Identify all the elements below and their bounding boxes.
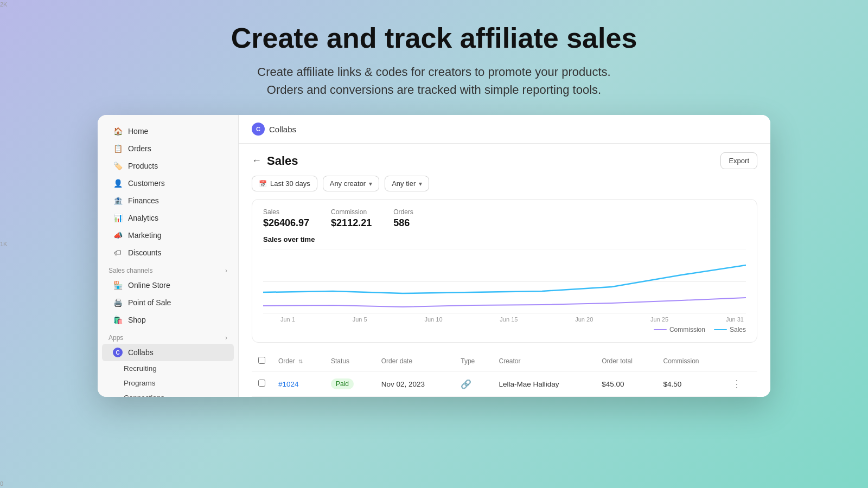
- main-content: C Collabs ← Sales Export 📅 Last 30 days …: [239, 115, 770, 397]
- stats-row: Sales $26406.97 Commission $2112.21 Orde…: [263, 208, 746, 229]
- page-header: ← Sales Export: [239, 144, 770, 176]
- orders-table: Order ⇅ Status Order date Type Creator O…: [252, 351, 757, 397]
- products-icon: 🏷️: [113, 161, 123, 171]
- shop-icon: 🛍️: [113, 315, 123, 325]
- row-checkbox[interactable]: [258, 380, 265, 387]
- sidebar-item-analytics[interactable]: 📊 Analytics: [102, 209, 234, 227]
- th-checkbox: [252, 351, 272, 371]
- table-body: #1024 Paid Nov 02, 2023 🔗 Lella-Mae Hall…: [252, 371, 757, 397]
- hero-section: Create and track affiliate sales Create …: [220, 0, 648, 115]
- collabs-sidebar-icon: C: [113, 348, 123, 357]
- pos-icon: 🖨️: [113, 298, 123, 307]
- topbar-title: Collabs: [269, 125, 296, 134]
- stat-orders: Orders 586: [393, 208, 413, 229]
- commission-line-color: [654, 329, 667, 330]
- link-type-icon: 🔗: [461, 380, 471, 389]
- online-store-icon: 🏪: [113, 280, 123, 290]
- table-header: Order ⇅ Status Order date Type Creator O…: [252, 351, 757, 371]
- legend-sales: Sales: [714, 326, 746, 333]
- sidebar-item-marketing[interactable]: 📣 Marketing: [102, 227, 234, 244]
- sales-line-color: [714, 329, 727, 330]
- home-icon: 🏠: [113, 126, 123, 136]
- tier-filter[interactable]: Any tier ▾: [385, 176, 429, 191]
- orders-icon: 📋: [113, 144, 123, 153]
- type-cell: 🔗: [454, 371, 492, 397]
- chevron-right-icon-2: ›: [225, 334, 227, 342]
- date-range-filter[interactable]: 📅 Last 30 days: [252, 176, 317, 191]
- th-creator: Creator: [492, 351, 595, 371]
- sidebar-item-orders[interactable]: 📋 Orders: [102, 140, 234, 157]
- collabs-app-icon: C: [252, 123, 265, 136]
- stat-sales: Sales $26406.97: [263, 208, 309, 229]
- chevron-down-icon-tier: ▾: [419, 180, 422, 188]
- order-total-cell: $45.00: [595, 371, 656, 397]
- table-row: #1024 Paid Nov 02, 2023 🔗 Lella-Mae Hall…: [252, 371, 757, 397]
- chart-legend: Commission Sales: [263, 326, 746, 333]
- legend-commission: Commission: [654, 326, 705, 333]
- app-window: 🏠 Home 📋 Orders 🏷️ Products 👤 Customers …: [98, 115, 770, 397]
- page-title: Sales: [267, 154, 298, 168]
- sidebar-sub-connections[interactable]: Connections: [98, 390, 238, 397]
- sidebar-item-discounts[interactable]: 🏷 Discounts: [102, 244, 234, 261]
- th-commission: Commission: [657, 351, 725, 371]
- sidebar-item-customers[interactable]: 👤 Customers: [102, 175, 234, 192]
- more-options-button[interactable]: ⋮: [732, 378, 742, 389]
- th-order-date: Order date: [375, 351, 455, 371]
- sidebar-item-home[interactable]: 🏠 Home: [102, 123, 234, 140]
- th-status: Status: [324, 351, 375, 371]
- chart-svg: [263, 249, 746, 314]
- chart-area: 2K 1K 0: [263, 249, 746, 323]
- order-id-cell: #1024: [272, 371, 324, 397]
- finances-icon: 🏦: [113, 196, 123, 206]
- chevron-right-icon: ›: [225, 267, 227, 274]
- analytics-icon: 📊: [113, 213, 123, 223]
- chart-lines: [263, 249, 746, 314]
- sidebar-sub-programs[interactable]: Programs: [98, 376, 238, 390]
- sidebar-item-products[interactable]: 🏷️ Products: [102, 157, 234, 175]
- calendar-icon: 📅: [259, 180, 267, 188]
- row-checkbox-cell: [252, 371, 272, 397]
- sidebar-sub-recruiting[interactable]: Recruiting: [98, 361, 238, 376]
- sidebar-item-shop[interactable]: 🛍️ Shop: [102, 311, 234, 329]
- sidebar: 🏠 Home 📋 Orders 🏷️ Products 👤 Customers …: [98, 115, 239, 397]
- orders-table-container: Order ⇅ Status Order date Type Creator O…: [252, 351, 757, 397]
- chart-svg-container: Jun 1 Jun 5 Jun 10 Jun 15 Jun 20 Jun 25 …: [263, 249, 746, 323]
- apps-section: Apps ›: [98, 329, 238, 344]
- chart-x-axis: Jun 1 Jun 5 Jun 10 Jun 15 Jun 20 Jun 25 …: [278, 314, 746, 323]
- status-cell: Paid: [324, 371, 375, 397]
- sales-channels-section: Sales channels ›: [98, 261, 238, 277]
- back-arrow-icon[interactable]: ←: [252, 155, 261, 166]
- creator-filter[interactable]: Any creator ▾: [323, 176, 379, 191]
- th-order: Order ⇅: [272, 351, 324, 371]
- sort-icon: ⇅: [298, 358, 303, 364]
- commission-cell: $4.50: [657, 371, 725, 397]
- sidebar-item-online-store[interactable]: 🏪 Online Store: [102, 277, 234, 294]
- hero-title: Create and track affiliate sales: [231, 22, 637, 54]
- th-actions: [725, 351, 757, 371]
- filters-bar: 📅 Last 30 days Any creator ▾ Any tier ▾: [239, 176, 770, 199]
- th-type: Type: [454, 351, 492, 371]
- hero-subtitle: Create affiliate links & codes for creat…: [231, 63, 637, 99]
- creator-cell: Lella-Mae Halliday: [492, 371, 595, 397]
- th-order-total: Order total: [595, 351, 656, 371]
- stats-card: Sales $26406.97 Commission $2112.21 Orde…: [252, 199, 757, 343]
- stat-commission: Commission $2112.21: [331, 208, 372, 229]
- export-button[interactable]: Export: [720, 152, 757, 169]
- discounts-icon: 🏷: [113, 248, 123, 258]
- order-date-cell: Nov 02, 2023: [375, 371, 455, 397]
- chevron-down-icon-creator: ▾: [369, 180, 372, 188]
- actions-cell: ⋮: [725, 371, 757, 397]
- sidebar-item-collabs[interactable]: C Collabs: [102, 344, 234, 361]
- topbar: C Collabs: [239, 115, 770, 144]
- select-all-checkbox[interactable]: [258, 357, 265, 364]
- chart-title: Sales over time: [263, 235, 746, 243]
- customers-icon: 👤: [113, 178, 123, 188]
- marketing-icon: 📣: [113, 230, 123, 240]
- sidebar-item-finances[interactable]: 🏦 Finances: [102, 192, 234, 209]
- status-badge: Paid: [331, 378, 354, 389]
- sidebar-item-point-of-sale[interactable]: 🖨️ Point of Sale: [102, 294, 234, 311]
